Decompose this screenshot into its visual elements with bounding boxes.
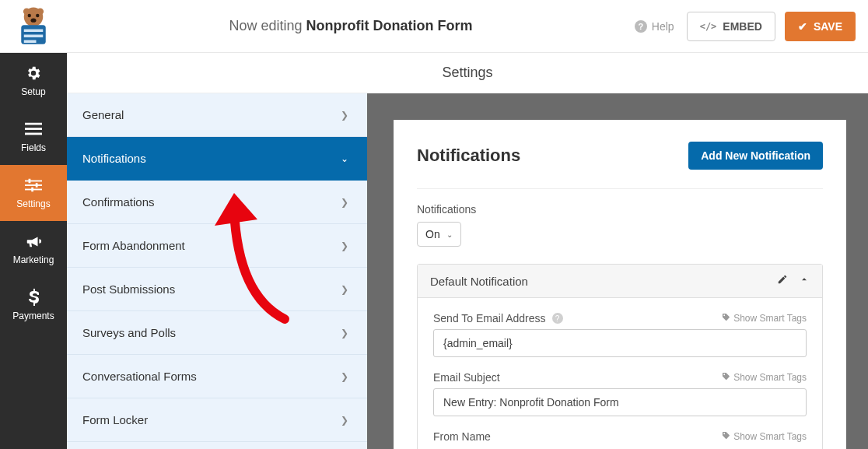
tag-icon — [722, 372, 730, 383]
rail-item-setup[interactable]: Setup — [0, 53, 67, 109]
settings-item-conversational-forms[interactable]: Conversational Forms ❯ — [67, 355, 367, 398]
collapse-icon[interactable] — [799, 274, 810, 288]
settings-item-post-submissions[interactable]: Post Submissions ❯ — [67, 268, 367, 311]
panel-title: Notifications — [417, 146, 520, 166]
rail-item-settings[interactable]: Settings — [0, 165, 67, 221]
send-to-input[interactable] — [433, 329, 807, 357]
sliders-icon — [25, 177, 42, 194]
subject-input[interactable] — [433, 388, 807, 416]
svg-rect-14 — [29, 179, 31, 184]
settings-item-notifications[interactable]: Notifications ⌄ — [67, 137, 367, 181]
topbar: Now editing Nonprofit Donation Form ? He… — [0, 0, 868, 53]
svg-rect-8 — [24, 34, 44, 37]
nav-rail: Setup Fields Settings Marketing — [0, 53, 67, 449]
notifications-toggle-label: Notifications — [417, 203, 823, 216]
chevron-down-icon: ⌄ — [341, 153, 348, 164]
gear-icon — [25, 65, 42, 82]
rail-label-settings: Settings — [16, 198, 50, 209]
tag-icon — [722, 431, 730, 442]
chevron-right-icon: ❯ — [341, 328, 348, 339]
megaphone-icon — [25, 233, 42, 250]
svg-rect-16 — [36, 183, 38, 188]
svg-point-2 — [37, 8, 44, 15]
chevron-right-icon: ❯ — [341, 240, 348, 251]
content-title: Settings — [67, 53, 868, 93]
svg-rect-11 — [25, 128, 42, 130]
app-logo — [0, 0, 67, 53]
chevron-right-icon: ❯ — [341, 415, 348, 426]
chevron-right-icon: ❯ — [341, 284, 348, 295]
help-label: Help — [652, 20, 674, 33]
smart-tags-text: Show Smart Tags — [733, 313, 807, 324]
svg-rect-9 — [24, 40, 37, 43]
settings-item-surveys-polls[interactable]: Surveys and Polls ❯ — [67, 311, 367, 355]
send-to-label-text: Send To Email Address — [433, 312, 546, 324]
chevron-right-icon: ❯ — [341, 371, 348, 382]
rail-label-payments: Payments — [12, 310, 54, 321]
rail-item-marketing[interactable]: Marketing — [0, 221, 67, 277]
code-icon: </> — [700, 21, 717, 32]
svg-rect-7 — [24, 29, 44, 32]
svg-rect-12 — [25, 133, 42, 135]
show-smart-tags-link[interactable]: Show Smart Tags — [722, 313, 807, 324]
tag-icon — [722, 313, 730, 324]
rail-item-payments[interactable]: Payments — [0, 277, 67, 333]
check-icon: ✔ — [798, 20, 807, 33]
editing-title: Now editing Nonprofit Donation Form — [67, 18, 635, 34]
toggle-value: On — [425, 228, 440, 240]
panel-container: Notifications Add New Notification Notif… — [367, 93, 868, 449]
notifications-panel: Notifications Add New Notification Notif… — [394, 120, 846, 449]
show-smart-tags-link[interactable]: Show Smart Tags — [722, 431, 807, 442]
chevron-right-icon: ❯ — [341, 197, 348, 208]
rail-item-fields[interactable]: Fields — [0, 109, 67, 165]
svg-rect-10 — [25, 123, 42, 125]
smart-tags-text: Show Smart Tags — [733, 372, 807, 383]
send-to-label: Send To Email Address ? — [433, 312, 563, 324]
smart-tags-text: Show Smart Tags — [733, 431, 807, 442]
embed-button[interactable]: </> EMBED — [687, 12, 775, 41]
chevron-right-icon: ❯ — [341, 110, 348, 121]
settings-item-general[interactable]: General ❯ — [67, 93, 367, 137]
editing-prefix: Now editing — [229, 18, 306, 33]
subject-label: Email Subject — [433, 371, 500, 384]
dollar-icon — [25, 289, 42, 306]
svg-rect-18 — [31, 188, 33, 192]
form-name: Nonprofit Donation Form — [306, 18, 472, 33]
settings-label: Surveys and Polls — [82, 326, 176, 339]
settings-label: Post Submissions — [82, 282, 175, 296]
edit-icon[interactable] — [777, 274, 788, 288]
embed-label: EMBED — [723, 20, 762, 33]
rail-label-setup: Setup — [21, 86, 45, 97]
chevron-down-icon: ⌄ — [446, 230, 453, 239]
rail-label-marketing: Marketing — [13, 254, 54, 265]
notification-card-title: Default Notification — [430, 275, 528, 288]
svg-point-4 — [36, 13, 39, 16]
list-icon — [25, 121, 42, 138]
settings-sidebar: General ❯ Notifications ⌄ Confirmations … — [67, 93, 367, 449]
notifications-toggle-select[interactable]: On ⌄ — [417, 222, 461, 247]
notification-card: Default Notification — [417, 264, 823, 449]
settings-label: Form Locker — [82, 413, 148, 426]
content-title-text: Settings — [442, 65, 492, 81]
settings-item-confirmations[interactable]: Confirmations ❯ — [67, 181, 367, 224]
save-label: SAVE — [814, 20, 842, 33]
from-name-label: From Name — [433, 430, 491, 443]
svg-point-3 — [28, 13, 31, 16]
svg-rect-15 — [25, 184, 42, 186]
settings-label: Notifications — [82, 152, 146, 165]
svg-point-5 — [31, 18, 37, 22]
svg-rect-13 — [25, 181, 42, 182]
settings-item-form-locker[interactable]: Form Locker ❯ — [67, 398, 367, 442]
settings-label: Form Abandonment — [82, 239, 185, 252]
add-notification-button[interactable]: Add New Notification — [688, 142, 823, 170]
save-button[interactable]: ✔ SAVE — [785, 12, 856, 41]
help-icon: ? — [635, 20, 647, 33]
settings-label: Conversational Forms — [82, 370, 197, 383]
settings-item-form-abandonment[interactable]: Form Abandonment ❯ — [67, 224, 367, 268]
wpforms-logo-icon — [12, 5, 55, 48]
help-tooltip-icon[interactable]: ? — [552, 313, 563, 324]
help-link[interactable]: ? Help — [635, 20, 674, 33]
show-smart-tags-link[interactable]: Show Smart Tags — [722, 372, 807, 383]
settings-label: General — [82, 108, 124, 121]
rail-label-fields: Fields — [21, 142, 46, 153]
